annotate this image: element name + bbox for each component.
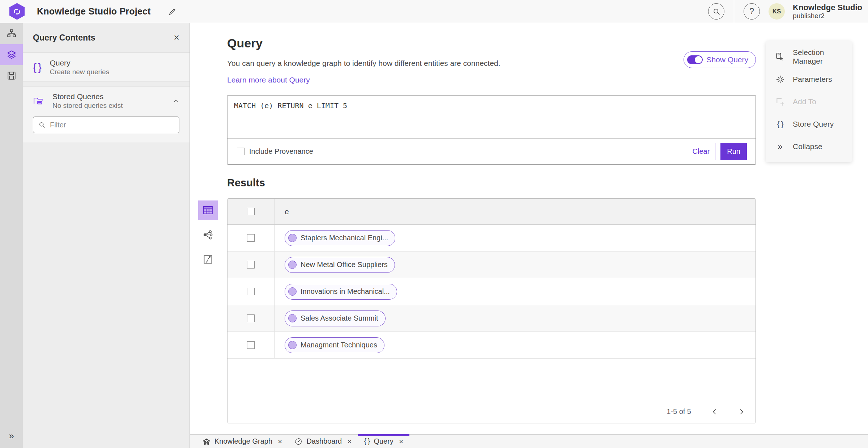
expand-rail-button[interactable]: » bbox=[9, 430, 14, 441]
select-all-checkbox[interactable] bbox=[247, 208, 255, 215]
panel-item-query[interactable]: { } Query Create new queries bbox=[23, 53, 190, 82]
edit-title-button[interactable] bbox=[167, 7, 177, 16]
tab-label: Knowledge Graph bbox=[214, 437, 272, 445]
topbar-right: ? KS Knowledge Studio publisher2 bbox=[708, 0, 868, 23]
link-chart-icon bbox=[203, 230, 213, 240]
link-chart-view-button[interactable] bbox=[198, 225, 218, 245]
braces-icon: { } bbox=[364, 437, 370, 445]
include-provenance-checkbox[interactable] bbox=[237, 148, 244, 155]
menu-item-parameters[interactable]: Parameters bbox=[766, 68, 852, 90]
panel-header: Query Contents × bbox=[23, 23, 190, 53]
entity-pill[interactable]: New Metal Office Suppliers bbox=[285, 257, 395, 273]
row-checkbox[interactable] bbox=[247, 234, 255, 242]
clear-button[interactable]: Clear bbox=[687, 143, 716, 160]
user-org-label: Knowledge Studio bbox=[793, 3, 862, 12]
table-row[interactable]: Managment Techniques bbox=[227, 332, 756, 359]
top-bar: Knowledge Studio Project ? KS bbox=[0, 0, 868, 23]
table-view-button[interactable] bbox=[198, 200, 218, 220]
chevron-up-icon[interactable] bbox=[172, 97, 179, 105]
menu-item-store-query[interactable]: { } Store Query bbox=[766, 113, 852, 135]
table-footer: 1-5 of 5 bbox=[227, 400, 756, 423]
hierarchy-icon bbox=[7, 29, 16, 38]
entity-dot-icon bbox=[288, 287, 297, 296]
table-row[interactable]: Innovations in Mechanical... bbox=[227, 278, 756, 305]
show-query-toggle[interactable]: Show Query bbox=[684, 51, 756, 68]
rail-item-contents[interactable] bbox=[0, 44, 23, 65]
table-row[interactable]: New Metal Office Suppliers bbox=[227, 252, 756, 278]
query-tools-menu: Selection Manager Parameters bbox=[766, 41, 852, 162]
help-icon: ? bbox=[749, 7, 754, 16]
entity-pill[interactable]: Managment Techniques bbox=[285, 337, 384, 353]
header-divider bbox=[734, 0, 734, 23]
entity-pill[interactable]: Staplers Mechanical Engi... bbox=[285, 230, 395, 246]
braces-icon: { } bbox=[775, 120, 785, 128]
include-provenance-label: Include Provenance bbox=[249, 147, 313, 156]
selection-manager-icon bbox=[775, 52, 785, 62]
tab-knowledge-graph[interactable]: Knowledge Graph × bbox=[196, 435, 288, 448]
query-textarea[interactable]: MATCH (e) RETURN e LIMIT 5 bbox=[227, 96, 756, 138]
row-checkbox[interactable] bbox=[247, 288, 255, 295]
main-area: Query You can query a knowledge graph to… bbox=[190, 23, 868, 434]
filter-input[interactable] bbox=[50, 121, 174, 129]
query-description: You can query a knowledge graph to ident… bbox=[227, 59, 756, 68]
avatar[interactable]: KS bbox=[769, 3, 785, 20]
project-title: Knowledge Studio Project bbox=[37, 6, 151, 17]
rail-item-save[interactable] bbox=[0, 65, 23, 86]
knowledge-graph-icon bbox=[203, 438, 210, 445]
chevron-left-icon bbox=[711, 409, 718, 415]
column-header-e: e bbox=[285, 207, 289, 216]
entity-pill[interactable]: Innovations in Mechanical... bbox=[285, 284, 397, 300]
stored-queries-section: Stored Queries No stored queries exist bbox=[23, 86, 190, 143]
entity-dot-icon bbox=[288, 341, 297, 349]
row-checkbox[interactable] bbox=[247, 314, 255, 322]
learn-more-link[interactable]: Learn more about Query bbox=[227, 76, 310, 84]
tab-label: Query bbox=[374, 437, 393, 445]
dashboard-icon bbox=[294, 438, 302, 445]
tab-dashboard[interactable]: Dashboard × bbox=[288, 435, 358, 448]
toggle-switch[interactable] bbox=[687, 55, 703, 64]
table-row[interactable]: Staplers Mechanical Engi... bbox=[227, 225, 756, 252]
help-button[interactable]: ? bbox=[744, 3, 760, 20]
editor-footer: Include Provenance Clear Run bbox=[227, 138, 756, 164]
search-button[interactable] bbox=[708, 3, 724, 20]
close-tab-button[interactable]: × bbox=[399, 438, 403, 445]
entity-dot-icon bbox=[288, 314, 297, 322]
map-view-button[interactable] bbox=[198, 250, 218, 269]
menu-item-collapse[interactable]: » Collapse bbox=[766, 135, 852, 158]
double-chevron-icon: » bbox=[9, 430, 14, 441]
menu-item-add-to: Add To bbox=[766, 90, 852, 113]
table-row[interactable]: Sales Associate Summit bbox=[227, 305, 756, 332]
query-editor-panel: MATCH (e) RETURN e LIMIT 5 Include Prove… bbox=[227, 95, 756, 165]
double-chevron-icon: » bbox=[775, 142, 785, 151]
map-icon bbox=[203, 254, 213, 265]
app-logo-icon bbox=[9, 3, 25, 20]
results-view-rail bbox=[198, 200, 218, 269]
row-checkbox[interactable] bbox=[247, 341, 255, 349]
tab-query[interactable]: { } Query × bbox=[358, 435, 409, 448]
query-item-title: Query bbox=[50, 58, 109, 68]
run-button[interactable]: Run bbox=[720, 143, 747, 160]
entity-pill[interactable]: Sales Associate Summit bbox=[285, 310, 386, 326]
bottom-tab-bar: Knowledge Graph × Dashboard × { } Qu bbox=[190, 434, 868, 448]
close-tab-button[interactable]: × bbox=[347, 438, 352, 445]
panel-item-stored-queries[interactable]: Stored Queries No stored queries exist bbox=[23, 87, 190, 115]
close-tab-button[interactable]: × bbox=[278, 438, 282, 445]
save-icon bbox=[7, 71, 16, 80]
panel-title: Query Contents bbox=[33, 33, 95, 43]
row-checkbox[interactable] bbox=[247, 261, 255, 269]
next-page-button[interactable] bbox=[738, 409, 745, 415]
menu-item-label: Collapse bbox=[793, 142, 822, 151]
stored-queries-title: Stored Queries bbox=[52, 92, 123, 101]
previous-page-button[interactable] bbox=[711, 409, 718, 415]
show-query-label: Show Query bbox=[706, 55, 748, 64]
filter-field[interactable] bbox=[33, 117, 179, 133]
rail-item-knowledge-graph[interactable] bbox=[0, 23, 23, 44]
panel-close-button[interactable]: × bbox=[174, 33, 179, 43]
menu-item-label: Store Query bbox=[793, 120, 834, 128]
left-icon-rail: » bbox=[0, 23, 23, 448]
table-icon bbox=[203, 205, 213, 216]
results-heading: Results bbox=[227, 177, 756, 189]
results-table: e Staplers Mechanical Engi... New Metal … bbox=[227, 198, 756, 423]
menu-item-selection-manager[interactable]: Selection Manager bbox=[766, 46, 852, 68]
app-window: Knowledge Studio Project ? KS bbox=[0, 0, 868, 448]
